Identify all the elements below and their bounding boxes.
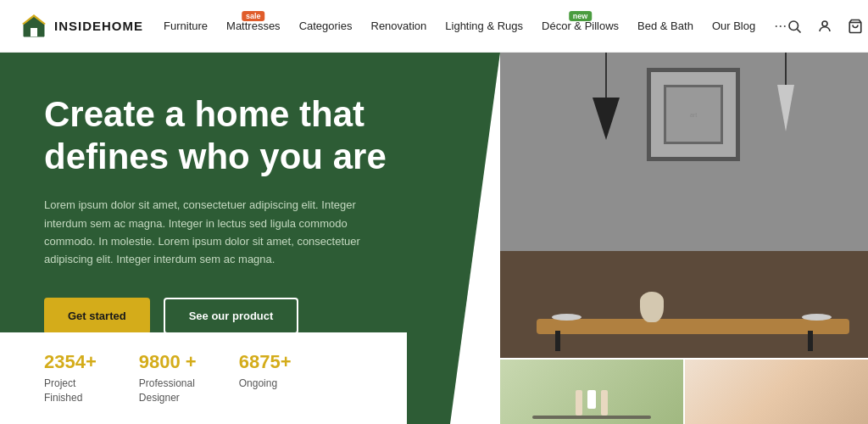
search-icon: [787, 19, 802, 34]
svg-point-3: [789, 21, 798, 31]
stat-designers: 9800 + ProfessionalDesigner: [139, 351, 197, 405]
navbar: INSIDEHOME Furniture sale Mattresses Cat…: [0, 0, 868, 53]
account-button[interactable]: [817, 19, 832, 34]
hero-thumbnails: [500, 360, 868, 424]
dishes-right: [802, 314, 832, 321]
stats-bar: 2354+ ProjectFinished 9800 + Professiona…: [0, 332, 407, 424]
hero-description: Lorem ipsum dolor sit amet, consectetuer…: [44, 196, 366, 269]
search-button[interactable]: [787, 19, 802, 34]
svg-rect-1: [31, 28, 37, 36]
nav-item-lighting[interactable]: Lighting & Rugs: [445, 20, 523, 32]
stat-projects: 2354+ ProjectFinished: [44, 351, 97, 405]
nav-item-blog[interactable]: Our Blog: [712, 20, 755, 32]
svg-line-4: [798, 29, 801, 32]
svg-point-5: [822, 21, 827, 26]
cart-icon: [848, 19, 863, 34]
nav-item-mattresses[interactable]: sale Mattresses: [226, 20, 281, 32]
stat-projects-number: 2354+: [44, 351, 97, 373]
see-product-button[interactable]: See our product: [164, 298, 299, 334]
nav-item-furniture[interactable]: Furniture: [164, 20, 208, 32]
dining-table: [537, 319, 849, 334]
logo[interactable]: INSIDEHOME: [20, 13, 143, 40]
stat-designers-number: 9800 +: [139, 351, 197, 373]
stat-designers-label: ProfessionalDesigner: [139, 377, 197, 405]
thumbnail-2: [685, 360, 868, 424]
hero-buttons: Get started See our product: [44, 298, 456, 334]
hero-right-panel: art: [500, 53, 868, 424]
nav-more-dots[interactable]: ···: [774, 17, 787, 35]
hero-section: Create a home that defines who you are L…: [0, 53, 868, 424]
get-started-button[interactable]: Get started: [44, 298, 150, 334]
sale-badge: sale: [242, 11, 265, 21]
pendant-light-left: [593, 53, 620, 140]
nav-links: Furniture sale Mattresses Categories Ren…: [164, 17, 787, 35]
nav-item-bed[interactable]: Bed & Bath: [637, 20, 693, 32]
stat-projects-label: ProjectFinished: [44, 377, 97, 405]
hero-left-panel: Create a home that defines who you are L…: [0, 53, 500, 424]
nav-item-decor[interactable]: new Décor & Pillows: [542, 20, 619, 32]
dishes-left: [552, 314, 581, 321]
nav-item-categories[interactable]: Categories: [299, 20, 353, 32]
wall-frame: art: [647, 68, 740, 161]
logo-icon: [20, 13, 47, 40]
hero-title: Create a home that defines who you are: [44, 93, 456, 177]
nav-item-renovation[interactable]: Renovation: [371, 20, 427, 32]
stat-ongoing-number: 6875+: [239, 351, 292, 373]
stat-ongoing: 6875+ Ongoing: [239, 351, 292, 391]
hero-main-image: art: [500, 53, 868, 358]
new-badge: new: [569, 11, 593, 21]
brand-name: INSIDEHOME: [54, 19, 143, 33]
vase: [640, 292, 664, 322]
cart-button[interactable]: [848, 19, 863, 34]
thumbnail-1: [500, 360, 683, 424]
account-icon: [817, 19, 832, 34]
pendant-light-right: [777, 53, 794, 131]
stat-ongoing-label: Ongoing: [239, 377, 292, 391]
nav-icons: [787, 19, 868, 34]
